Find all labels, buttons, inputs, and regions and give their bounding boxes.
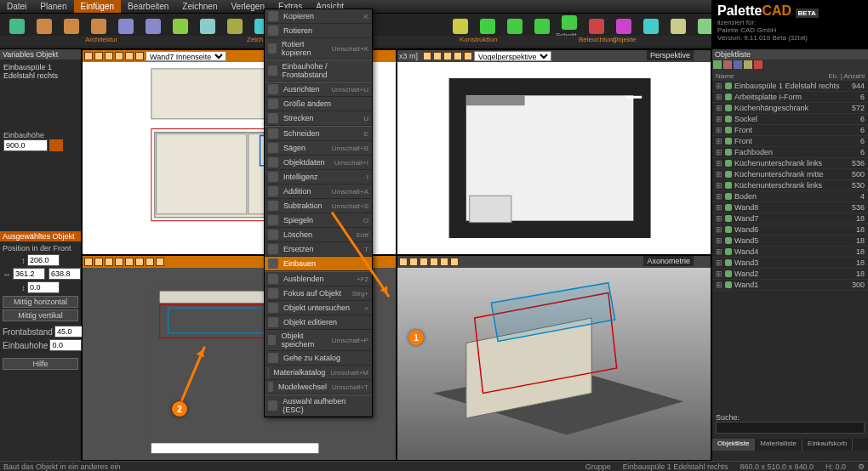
svg-rect-8 — [449, 79, 650, 96]
svg-rect-12 — [466, 95, 525, 105]
tree-row[interactable]: ⊞Wand218 — [712, 269, 868, 280]
ctx-modelwechsel[interactable]: ModelwechselUmschalt+T — [265, 380, 372, 394]
ctx-gehe-zu-katalog[interactable]: Gehe zu Katalog — [265, 351, 372, 366]
ctx-schneiden[interactable]: SchneidenE — [265, 127, 372, 141]
right-panel: PaletteCAD BETA lizensiert für: Palette … — [711, 0, 868, 461]
ctx-rotiert-kopieren[interactable]: Rotiert kopierenUmschalt+K — [265, 38, 372, 60]
tree-row[interactable]: ⊞Küchenunterschrank mitte500 — [712, 169, 868, 180]
menu-datei[interactable]: Datei — [0, 0, 33, 13]
tab-einkaufskorb[interactable]: Einkaufskorb — [802, 439, 853, 451]
object-name: Einbauspüle 1 Edelstahl rechts — [3, 63, 77, 80]
svg-rect-10 — [633, 79, 650, 238]
viewport-title-br: Axonometrie — [643, 256, 694, 266]
tree-row[interactable]: ⊞Küchenunterschrank links530 — [712, 180, 868, 191]
vp-view-select[interactable]: Wand7 Innenseite — [146, 51, 226, 61]
menu-einfügen[interactable]: Einfügen — [74, 0, 121, 13]
svg-rect-11 — [449, 221, 650, 238]
ctx-objektdaten[interactable]: ObjektdatenUmschalt+I — [265, 156, 372, 170]
vp-view-select-tr[interactable]: Vogelperspektive — [474, 51, 551, 61]
ctx-subtraktion[interactable]: SubtraktionUmschalt+S — [265, 199, 372, 213]
tree-row[interactable]: ⊞Wand518 — [712, 236, 868, 247]
ctx-gr-e-ndern[interactable]: Größe ändern — [265, 97, 372, 111]
panel-title-selected-object: Ausgewähltes Objekt — [0, 231, 81, 241]
tab-materialliste[interactable]: Materialliste — [755, 439, 802, 451]
ctx-intelligenz[interactable]: IntelligenzI — [265, 170, 372, 184]
pos-y-input[interactable] — [27, 254, 60, 266]
einbauhohe2-input[interactable] — [49, 339, 82, 351]
menu-bearbeiten[interactable]: Bearbeiten — [121, 0, 175, 13]
context-menu: KopierenKRotierenRotiert kopierenUmschal… — [264, 9, 373, 417]
help-button[interactable]: Hilfe — [3, 358, 78, 370]
tree-row[interactable]: ⊞Wand1300 — [712, 280, 868, 291]
ctx-addition[interactable]: AdditionUmschalt+A — [265, 184, 372, 199]
svg-rect-13 — [470, 196, 511, 222]
brand: PaletteCAD BETA lizensiert für: Palette … — [712, 0, 868, 49]
viewport-bottom-right[interactable]: Axonometrie — [397, 255, 711, 461]
svg-rect-19 — [151, 443, 319, 453]
tree-row[interactable]: ⊞Wand8536 — [712, 202, 868, 213]
viewport-title: Perspektive — [647, 50, 694, 60]
objektliste-title: Objektliste — [712, 49, 868, 60]
svg-rect-9 — [449, 79, 466, 238]
menu-zeichnen[interactable]: Zeichnen — [175, 0, 224, 13]
panel-title-variable-object: Variables Objekt — [0, 49, 81, 60]
tree-row[interactable]: ⊞Wand318 — [712, 258, 868, 269]
pos-x1-input[interactable] — [13, 268, 45, 280]
ctx-ausblenden[interactable]: Ausblenden+F2 — [265, 272, 372, 287]
ctx-materialkatalog[interactable]: MaterialkatalogUmschalt+M — [265, 366, 372, 380]
pos-x2-input[interactable] — [49, 268, 81, 280]
viewports: Wand7 Innenseite x3 m] Vogelperspektive … — [82, 49, 711, 461]
spinner-icon[interactable] — [49, 139, 63, 151]
callout-1: 1 — [408, 330, 424, 345]
einbauhohe-input[interactable] — [3, 139, 48, 151]
ctx-ausrichten[interactable]: AusrichtenUmschalt+U — [265, 82, 372, 97]
callout-2: 2 — [172, 401, 187, 417]
ctx-kopieren[interactable]: KopierenK — [265, 9, 372, 24]
statusbar: Baut das Objekt in ein anderes ein Grupp… — [0, 461, 868, 471]
tree-row[interactable]: ⊞Küchenhängeschrank572 — [712, 103, 868, 114]
objektliste-toolbar — [712, 60, 868, 71]
tree-row[interactable]: ⊞Front6 — [712, 136, 868, 147]
center-vertical-button[interactable]: Mittig vertikal — [3, 309, 78, 321]
center-horizontal-button[interactable]: Mittig horizontal — [3, 296, 78, 308]
ctx-fokus-auf-objekt[interactable]: Fokus auf ObjektStrg+ — [265, 287, 372, 301]
svg-rect-3 — [157, 134, 247, 214]
ctx-objekt-editieren[interactable]: Objekt editieren — [265, 315, 372, 330]
ctx-s-gen[interactable]: SägenUmschalt+B — [265, 141, 372, 156]
tree-row[interactable]: ⊞Einbauspüle 1 Edelstahl rechts944 — [712, 81, 868, 92]
objektliste-headers: Name Eb. | Anzahl — [712, 71, 868, 81]
vp-tool-icon[interactable] — [84, 52, 93, 60]
ctx-auswahl-aufheben-esc-[interactable]: Auswahl aufheben (ESC) — [265, 395, 372, 417]
tab-objektliste[interactable]: Objektliste — [712, 439, 755, 451]
ctx-einbauen[interactable]: Einbauen — [265, 257, 372, 271]
viewport-top-right[interactable]: x3 m] Vogelperspektive Perspektive — [397, 49, 711, 255]
tree-row[interactable]: ⊞Boden4 — [712, 191, 868, 202]
toolbar-icon[interactable] — [713, 60, 722, 69]
search-input[interactable] — [716, 422, 865, 434]
tree-row[interactable]: ⊞Fachboden6 — [712, 147, 868, 158]
tree-row[interactable]: ⊞Küchenunterschrank links536 — [712, 158, 868, 169]
ctx-rotieren[interactable]: Rotieren — [265, 24, 372, 38]
pos-z-input[interactable] — [27, 281, 60, 293]
left-panel: Variables Objekt Einbauspüle 1 Edelstahl… — [0, 49, 82, 461]
search-box: Suche: — [716, 413, 865, 434]
status-hint: Baut das Objekt in ein anderes ein — [3, 462, 121, 471]
ctx-objekt-speichern[interactable]: Objekt speichernUmschalt+P — [265, 330, 372, 351]
ctx-objekt-untersuchen[interactable]: Objekt untersuchen> — [265, 301, 372, 315]
tree-row[interactable]: ⊞Front6 — [712, 125, 868, 136]
ctx-spiegeln[interactable]: SpiegelnO — [265, 213, 372, 228]
tree-row[interactable]: ⊞Sockel6 — [712, 114, 868, 125]
object-tree[interactable]: ⊞Einbauspüle 1 Edelstahl rechts944⊞Arbei… — [712, 81, 868, 438]
bottom-tabs: ObjektlisteMateriallisteEinkaufskorb — [712, 439, 868, 451]
ctx-einbauh-he-frontabstand[interactable]: Einbauhöhe / Frontabstand — [265, 60, 372, 82]
tree-row[interactable]: ⊞Arbeitsplatte I-Form6 — [712, 92, 868, 103]
tree-row[interactable]: ⊞Wand718 — [712, 213, 868, 224]
ctx-strecken[interactable]: StreckenU — [265, 111, 372, 126]
tree-row[interactable]: ⊞Wand618 — [712, 224, 868, 236]
menu-planen[interactable]: Planen — [33, 0, 73, 13]
tree-row[interactable]: ⊞Wand418 — [712, 247, 868, 258]
ctx-l-schen[interactable]: LöschenEntf — [265, 228, 372, 242]
settings-icon[interactable]: ⚙ — [858, 462, 865, 471]
